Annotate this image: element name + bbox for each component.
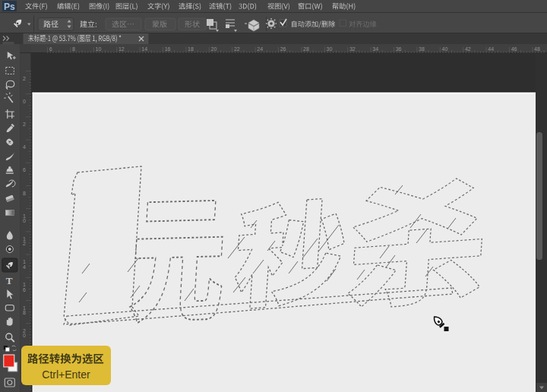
svg-text:48: 48 (534, 46, 540, 52)
svg-text:T: T (6, 275, 13, 286)
svg-text:38: 38 (419, 46, 425, 52)
svg-text:2: 2 (23, 241, 26, 246)
svg-text:6: 6 (23, 287, 26, 292)
svg-text:32: 32 (349, 46, 356, 52)
svg-text:28: 28 (303, 46, 309, 52)
svg-text:14: 14 (141, 46, 147, 52)
svg-text:6: 6 (23, 167, 26, 172)
svg-text:2: 2 (23, 122, 26, 127)
svg-text:4: 4 (23, 264, 26, 270)
svg-text:6: 6 (49, 46, 52, 52)
svg-text:8: 8 (23, 310, 26, 315)
svg-text:0: 0 (23, 218, 26, 223)
svg-text:30: 30 (327, 46, 333, 52)
svg-text:8: 8 (23, 191, 26, 196)
svg-text:22: 22 (234, 46, 240, 52)
svg-text:Ctrl+Enter: Ctrl+Enter (42, 368, 90, 381)
svg-text:8: 8 (72, 46, 75, 52)
svg-text:20: 20 (211, 46, 217, 52)
svg-text:10: 10 (96, 46, 102, 52)
svg-text:24: 24 (257, 46, 263, 52)
svg-text:0: 0 (23, 333, 26, 338)
svg-text:2: 2 (23, 76, 26, 81)
svg-text:44: 44 (488, 46, 494, 52)
svg-text:46: 46 (511, 46, 517, 52)
svg-text:26: 26 (280, 46, 286, 52)
svg-text:16: 16 (165, 46, 171, 52)
svg-text:12: 12 (119, 46, 125, 52)
svg-text:34: 34 (372, 46, 378, 52)
svg-text:42: 42 (465, 46, 471, 52)
svg-text:0: 0 (23, 99, 26, 104)
svg-text:40: 40 (442, 46, 448, 52)
svg-text:36: 36 (396, 46, 402, 52)
svg-text:Ps: Ps (4, 2, 15, 12)
svg-text:4: 4 (23, 144, 26, 150)
svg-text:18: 18 (188, 46, 194, 52)
